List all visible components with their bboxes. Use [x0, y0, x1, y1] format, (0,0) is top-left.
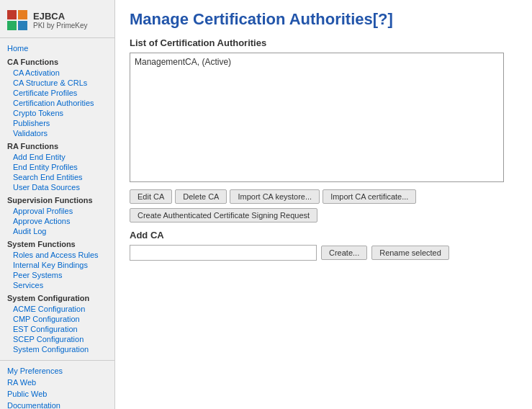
- ca-list-box[interactable]: ManagementCA, (Active): [130, 53, 504, 182]
- main-content: Manage Certification Authorities[?] List…: [115, 0, 532, 409]
- create-ca-button[interactable]: Create...: [321, 246, 367, 260]
- sidebar: EJBCA PKI by PrimeKey Home CA Functions …: [0, 0, 115, 409]
- svg-rect-3: [18, 21, 27, 30]
- sidebar-section-ra-functions: RA Functions: [0, 138, 114, 152]
- sidebar-my-preferences[interactable]: My Preferences: [0, 365, 114, 377]
- sidebar-item-internal-key-bindings[interactable]: Internal Key Bindings: [0, 260, 114, 270]
- sidebar-item-system-config[interactable]: System Configuration: [0, 344, 114, 354]
- edit-ca-button[interactable]: Edit CA: [130, 189, 172, 204]
- sidebar-section-ca-functions: CA Functions: [0, 54, 114, 68]
- sidebar-documentation[interactable]: Documentation: [0, 400, 114, 409]
- add-ca-section: Add CA Create... Rename selected: [130, 230, 518, 261]
- sidebar-item-publishers[interactable]: Publishers: [0, 118, 114, 128]
- sidebar-item-scep-config[interactable]: SCEP Configuration: [0, 334, 114, 344]
- sidebar-item-roles-access-rules[interactable]: Roles and Access Rules: [0, 250, 114, 260]
- logo-title: EJBCA: [33, 11, 88, 22]
- sidebar-item-search-end-entities[interactable]: Search End Entities: [0, 172, 114, 182]
- import-keystore-button[interactable]: Import CA keystore...: [230, 189, 320, 204]
- ca-action-buttons: Edit CA Delete CA Import CA keystore... …: [130, 189, 518, 204]
- add-ca-title: Add CA: [130, 230, 518, 241]
- ejbca-logo-icon: [7, 10, 27, 30]
- sidebar-section-system-config: System Configuration: [0, 290, 114, 304]
- csr-button-row: Create Authenticated Certificate Signing…: [130, 208, 518, 223]
- ca-list-section-title: List of Certification Authorities: [130, 37, 518, 48]
- sidebar-item-ca-activation[interactable]: CA Activation: [0, 68, 114, 78]
- add-ca-input[interactable]: [130, 245, 317, 261]
- svg-rect-0: [7, 10, 17, 19]
- create-csr-button[interactable]: Create Authenticated Certificate Signing…: [130, 208, 317, 223]
- sidebar-ra-web[interactable]: RA Web: [0, 377, 114, 388]
- sidebar-item-peer-systems[interactable]: Peer Systems: [0, 270, 114, 280]
- sidebar-item-certificate-profiles[interactable]: Certificate Profiles: [0, 88, 114, 98]
- sidebar-item-add-end-entity[interactable]: Add End Entity: [0, 152, 114, 162]
- sidebar-item-approval-profiles[interactable]: Approval Profiles: [0, 206, 114, 216]
- sidebar-section-supervision: Supervision Functions: [0, 192, 114, 206]
- sidebar-item-approve-actions[interactable]: Approve Actions: [0, 216, 114, 226]
- svg-rect-1: [18, 10, 27, 19]
- sidebar-item-end-entity-profiles[interactable]: End Entity Profiles: [0, 162, 114, 172]
- sidebar-item-certification-authorities[interactable]: Certification Authorities: [0, 98, 114, 108]
- sidebar-item-services[interactable]: Services: [0, 280, 114, 290]
- sidebar-item-est-config[interactable]: EST Configuration: [0, 324, 114, 334]
- svg-rect-2: [7, 21, 17, 30]
- logo-subtitle: PKI by PrimeKey: [33, 22, 88, 30]
- logo-area: EJBCA PKI by PrimeKey: [0, 6, 114, 38]
- add-ca-row: Create... Rename selected: [130, 245, 518, 261]
- rename-selected-button[interactable]: Rename selected: [371, 246, 449, 260]
- sidebar-item-audit-log[interactable]: Audit Log: [0, 226, 114, 236]
- import-certificate-button[interactable]: Import CA certificate...: [323, 189, 416, 204]
- ca-list-item[interactable]: ManagementCA, (Active): [133, 56, 500, 68]
- sidebar-item-ca-structure-crls[interactable]: CA Structure & CRLs: [0, 78, 114, 88]
- sidebar-item-acme-config[interactable]: ACME Configuration: [0, 304, 114, 314]
- sidebar-item-cmp-config[interactable]: CMP Configuration: [0, 314, 114, 324]
- sidebar-public-web[interactable]: Public Web: [0, 388, 114, 400]
- sidebar-item-user-data-sources[interactable]: User Data Sources: [0, 182, 114, 192]
- sidebar-home[interactable]: Home: [0, 42, 114, 54]
- page-title: Manage Certification Authorities[?]: [130, 10, 518, 29]
- sidebar-item-validators[interactable]: Validators: [0, 128, 114, 138]
- delete-ca-button[interactable]: Delete CA: [175, 189, 227, 204]
- sidebar-item-crypto-tokens[interactable]: Crypto Tokens: [0, 108, 114, 118]
- sidebar-section-system-functions: System Functions: [0, 236, 114, 250]
